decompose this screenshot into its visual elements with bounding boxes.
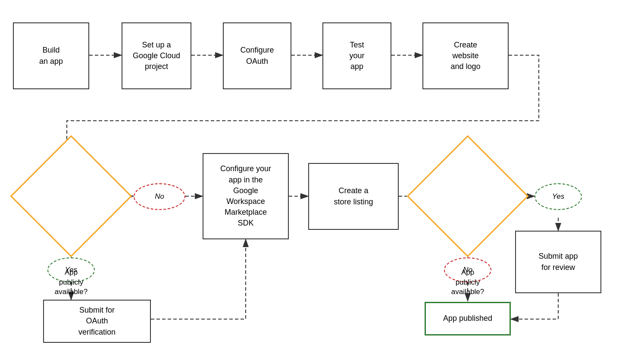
build-app-label: Build an app: [39, 45, 63, 66]
configure-oauth-box: Configure OAuth: [223, 22, 291, 89]
setup-gcp-label: Set up a Google Cloud project: [133, 40, 180, 72]
test-app-box: Test your app: [322, 22, 391, 89]
app-public-right-label: App publicly available?: [451, 268, 485, 298]
build-app-box: Build an app: [13, 22, 89, 89]
create-website-box: Create website and logo: [422, 22, 509, 89]
no-oval-left: No: [134, 183, 185, 210]
setup-gcp-box: Set up a Google Cloud project: [122, 22, 191, 89]
app-public-left-label: App publicly available?: [55, 268, 88, 298]
configure-marketplace-label: Configure your app in the Google Workspa…: [220, 163, 271, 229]
create-store-label: Create a store listing: [334, 185, 373, 207]
create-website-label: Create website and logo: [450, 40, 480, 72]
yes-right-label: Yes: [552, 192, 564, 201]
no-left-label: No: [155, 192, 164, 201]
test-app-label: Test your app: [349, 40, 364, 72]
configure-marketplace-box: Configure your app in the Google Workspa…: [203, 153, 289, 239]
submit-review-box: Submit app for review: [515, 231, 601, 293]
submit-review-label: Submit app for review: [538, 251, 578, 273]
app-public-right-diamond: App publicly available?: [425, 153, 511, 239]
configure-oauth-label: Configure OAuth: [240, 45, 274, 66]
app-public-left-diamond: App publicly available?: [28, 153, 114, 239]
yes-oval-right: Yes: [535, 183, 582, 210]
create-store-box: Create a store listing: [308, 163, 399, 230]
